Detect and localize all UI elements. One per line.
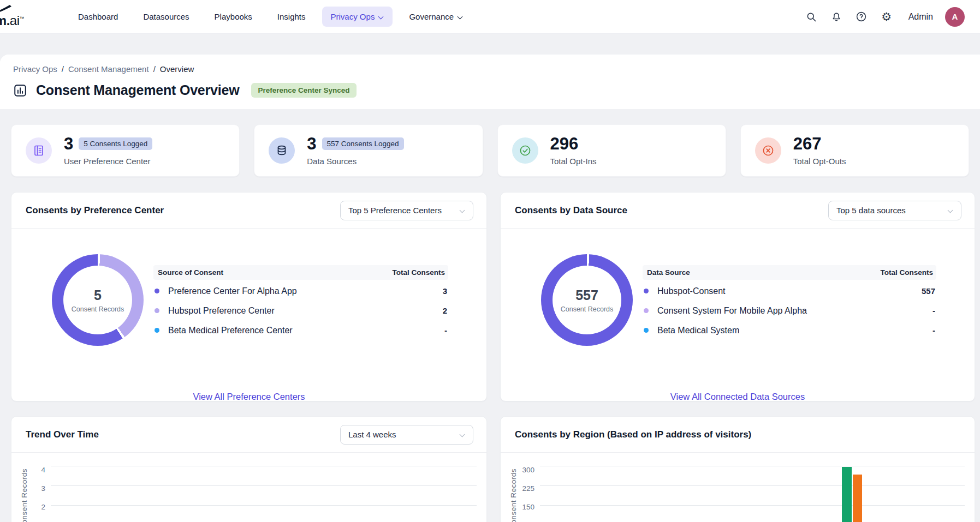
donut-center-value: 5 [94,287,102,303]
column-header: Total Consents [880,268,933,277]
panel-title: Consents by Data Source [515,205,627,216]
avatar-initial: A [952,12,958,21]
nav-item-insights[interactable]: Insights [269,7,314,27]
admin-label: Admin [908,12,933,22]
stat-card-total-opt-outs[interactable]: 267 Total Opt-Outs [740,124,969,177]
panel-grid: Consents by Preference Center Top 5 Pref… [11,192,969,522]
chevron-down-icon [460,432,465,437]
opt-ins-bar[interactable] [842,467,852,522]
page-content: 3 5 Consents Logged User Preference Cent… [0,109,980,522]
stat-value: 3 [307,135,316,152]
logo-text: am.ai™ [0,13,24,28]
donut-center-label: Consent Records [561,305,614,313]
data-source-filter-dropdown[interactable]: Top 5 data sources [828,201,961,220]
nav-item-datasources[interactable]: Datasources [134,7,198,27]
y-axis-tick: 150 [507,503,534,511]
stat-label: Total Opt-Outs [793,157,846,166]
breadcrumb-consent-management[interactable]: Consent Management [68,64,149,74]
opt-outs-bar[interactable] [853,475,862,522]
consents-logged-badge: 557 Consents Logged [322,137,404,150]
table-row[interactable]: Hubspot Preference Center 2 [153,302,448,319]
chevron-down-icon [458,14,463,20]
stat-card-data-sources[interactable]: 3 557 Consents Logged Data Sources [254,124,483,177]
y-axis-tick: 3 [18,484,45,493]
x-circle-icon [755,137,781,164]
legend-dot [155,308,159,313]
breadcrumb-separator: / [153,64,156,74]
panel-consents-by-region: Consents by Region (Based on IP address … [500,416,975,522]
bar-chart-icon [13,83,27,98]
page-header: Privacy Ops / Consent Management / Overv… [0,55,980,109]
nav-item-label: Governance [409,12,454,21]
check-circle-icon [512,137,538,164]
stat-label: User Preference Center [64,157,152,166]
title-row: Consent Management Overview Preference C… [13,82,967,98]
app-logo[interactable]: am.ai™ [0,0,64,34]
stat-label: Data Sources [307,157,403,166]
legend-dot [644,289,649,293]
stat-card-user-preference-center[interactable]: 3 5 Consents Logged User Preference Cent… [11,124,240,177]
help-icon[interactable] [855,10,868,23]
y-axis-tick: 4 [18,466,45,474]
legend-dot [644,308,649,313]
consents-logged-badge: 5 Consents Logged [79,137,152,150]
page-container: Privacy Ops / Consent Management / Overv… [0,55,980,522]
legend-dot [644,328,649,333]
y-axis-tick: 225 [507,484,534,493]
y-axis-label: Consent Records [20,469,28,522]
settings-gear-icon[interactable]: ⚙ [880,10,893,23]
gridline [540,485,965,486]
gridline [540,466,965,466]
table-row[interactable]: Hubspot-Consent 557 [643,283,936,299]
table-row[interactable]: Beta Medical System - [643,322,936,339]
breadcrumb-overview: Overview [160,64,194,74]
nav-item-privacy-ops[interactable]: Privacy Ops [322,7,393,27]
donut-center-value: 557 [575,287,598,303]
trend-period-dropdown[interactable]: Last 4 weeks [340,425,473,445]
stat-value: 267 [793,135,822,152]
preference-center-filter-dropdown[interactable]: Top 5 Preference Centers [340,201,473,220]
nav-item-playbooks[interactable]: Playbooks [206,7,261,27]
nav-item-label: Datasources [143,12,189,21]
view-all-connected-data-sources-link[interactable]: View All Connected Data Sources [501,392,975,402]
page-title: Consent Management Overview [36,82,239,98]
y-axis-tick: 2 [18,503,45,511]
stat-value: 3 [64,135,73,152]
table-row[interactable]: Preference Center For Alpha App 3 [153,283,448,299]
stat-label: Total Opt-Ins [550,157,597,166]
gridline [51,466,477,466]
status-badge: Preference Center Synced [251,83,356,98]
table-row[interactable]: Beta Medical Preference Center - [153,322,448,339]
chevron-down-icon [948,208,953,213]
view-all-preference-centers-link[interactable]: View All Preference Centers [11,392,486,402]
y-axis-tick: 300 [507,466,534,474]
gridline [51,505,477,506]
notifications-bell-icon[interactable] [830,10,843,23]
stat-card-total-opt-ins[interactable]: 296 Total Opt-Ins [497,124,726,177]
table-row[interactable]: Consent System For Mobile App Alpha - [643,302,936,319]
nav-item-label: Insights [277,12,306,21]
user-avatar[interactable]: A [945,7,965,27]
nav-item-dashboard[interactable]: Dashboard [69,7,127,27]
gridline [540,505,965,506]
data-source-table: Data Source Total Consents Hubspot-Conse… [643,265,936,339]
breadcrumb-privacy-ops[interactable]: Privacy Ops [13,64,57,74]
panel-title: Trend Over Time [26,429,99,440]
column-header: Source of Consent [158,268,223,277]
y-axis-label: Consent Records [509,469,518,522]
nav-right-cluster: ⚙ Admin A [805,7,965,27]
nav-item-governance[interactable]: Governance [400,7,472,27]
preference-center-icon [26,137,52,164]
chevron-down-icon [378,14,384,20]
preference-center-table: Source of Consent Total Consents Prefere… [153,265,448,339]
search-icon[interactable] [805,10,818,23]
panel-trend-over-time: Trend Over Time Last 4 weeks Consent Rec… [11,416,487,522]
trend-chart: Consent Records 4 3 2 [11,453,486,522]
top-nav-bar: am.ai™ Dashboard Datasources Playbooks I… [0,0,980,34]
breadcrumb: Privacy Ops / Consent Management / Overv… [13,64,967,74]
chevron-down-icon [460,208,465,213]
donut-center-label: Consent Records [72,305,124,313]
stat-card-row: 3 5 Consents Logged User Preference Cent… [11,124,969,177]
nav-item-label: Privacy Ops [331,12,375,21]
stat-value: 296 [550,135,579,152]
